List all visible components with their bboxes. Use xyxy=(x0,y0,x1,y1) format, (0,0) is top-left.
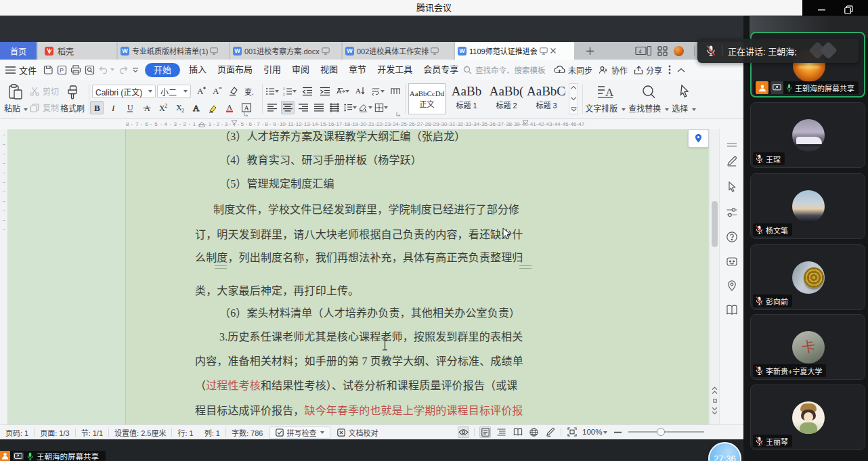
zoom-out-icon[interactable] xyxy=(612,426,624,438)
font-color-button[interactable]: A xyxy=(223,101,236,114)
doc-proof-button[interactable]: 文档校对 xyxy=(332,426,383,439)
menu-item[interactable]: 插入 xyxy=(183,60,212,80)
wrap-icon[interactable] xyxy=(371,85,385,98)
status-item[interactable]: 设置值: 2.5厘米 xyxy=(109,427,171,438)
bullet-list-icon[interactable] xyxy=(265,85,279,98)
participant-tile[interactable]: 王丽琴 xyxy=(750,385,865,450)
style-gallery-scroll[interactable] xyxy=(569,83,578,114)
spell-check-toggle[interactable]: 拼写检查 xyxy=(269,426,330,439)
text-layout-button[interactable]: A文字排版 xyxy=(585,84,626,114)
export-pdf-icon[interactable]: P xyxy=(57,65,67,75)
participant-tile[interactable]: 杨文笔 xyxy=(750,173,865,239)
participant-tile[interactable]: 王琛 xyxy=(750,102,865,168)
menu-item[interactable]: 视图 xyxy=(315,60,343,80)
sync-status[interactable]: 未同步 xyxy=(554,64,592,76)
status-item[interactable]: 行: 1 xyxy=(172,427,198,438)
numbered-list-icon[interactable]: 12 xyxy=(283,85,297,98)
doc-tab[interactable]: W1109师范认证推进会 xyxy=(455,42,574,60)
tabs-icon[interactable] xyxy=(389,85,402,98)
next-page-icon[interactable] xyxy=(712,406,718,416)
phonetic-guide-icon[interactable]: 变 xyxy=(242,85,255,98)
align-right-icon[interactable] xyxy=(297,101,310,114)
cut-button[interactable]: 剪切 xyxy=(30,85,59,97)
shading-icon[interactable] xyxy=(359,101,372,114)
distribute-icon[interactable] xyxy=(328,101,341,114)
vertical-scrollbar[interactable] xyxy=(709,129,719,424)
align-center-icon[interactable] xyxy=(281,101,295,114)
outline-view-icon[interactable] xyxy=(496,426,507,438)
status-item[interactable]: 字数: 786 xyxy=(226,427,268,438)
menu-item[interactable]: 章节 xyxy=(343,60,372,80)
file-menu[interactable]: 文件 xyxy=(0,64,43,76)
document-text-line[interactable]: 内容，准备相关材料；如手册的第 7 页教学大纲、评分标准、成绩单 xyxy=(195,354,523,369)
document-page[interactable]: （3）人才培养方案及课程教学大纲汇编（张启龙）（4）教育实习、研习手册样板（杨学… xyxy=(126,129,708,424)
copy-button[interactable]: 复制 xyxy=(30,102,59,113)
select-tool-button[interactable]: 选择 xyxy=(670,84,697,114)
status-item[interactable]: 页码: 1 xyxy=(0,427,34,438)
save-icon[interactable] xyxy=(43,65,53,75)
ink-pen-icon[interactable] xyxy=(544,426,556,438)
italic-button[interactable]: I xyxy=(107,101,121,114)
decrease-font-icon[interactable]: A xyxy=(211,85,224,98)
style-标题 1[interactable]: AaBb标题 1 xyxy=(447,83,486,114)
share-button[interactable]: 分享 xyxy=(634,64,662,76)
char-scale-icon[interactable] xyxy=(336,85,349,98)
quick-access-more-icon[interactable] xyxy=(132,68,139,72)
collapse-ribbon-icon[interactable] xyxy=(677,68,685,72)
document-text-line[interactable]: （过程性考核和结果性考核）、试卷分析和课程质量评价报告（或课 xyxy=(195,378,518,393)
position-indicator[interactable] xyxy=(688,129,709,148)
tab-docer[interactable]: 稻壳 xyxy=(38,42,116,60)
doc-tab[interactable]: W001进校考察方案.docx xyxy=(230,42,341,60)
first-line-indent-marker[interactable] xyxy=(230,120,238,125)
page-view-icon[interactable] xyxy=(479,426,491,438)
assistant-icon[interactable] xyxy=(726,255,738,267)
menu-active-item[interactable]: 开始 xyxy=(145,63,180,77)
screen-share-banner[interactable]: 王朝海的屏幕共享 xyxy=(0,451,106,461)
doc-tab[interactable]: W002进校具体工作安排 xyxy=(343,42,454,60)
page-break-marker-left[interactable] xyxy=(215,265,227,269)
text-direction-icon[interactable]: A xyxy=(353,85,367,98)
strikethrough-button[interactable]: A xyxy=(140,101,154,114)
help-icon[interactable] xyxy=(726,231,738,243)
page-break-marker-right[interactable] xyxy=(519,265,531,269)
zoom-slider[interactable] xyxy=(628,431,704,433)
print-preview-icon[interactable] xyxy=(85,65,95,75)
style-标题 2[interactable]: AaBb(标题 2 xyxy=(487,83,526,114)
document-text-line[interactable]: 订，明天发到群里，请八大块老师根据自己负责的内容，看还缺少什 xyxy=(195,227,523,242)
document-text-line[interactable]: 程目标达成评价报告，缺今年春季的也就是上学期的课程目标评价报 xyxy=(195,403,523,418)
status-item[interactable]: 页面: 1/3 xyxy=(35,427,74,438)
prev-page-icon[interactable] xyxy=(712,386,718,395)
eye-protection-icon[interactable] xyxy=(458,426,469,438)
menu-item[interactable]: 引用 xyxy=(258,60,286,80)
participant-tile[interactable]: 彭向前 xyxy=(750,244,865,310)
switch-window-icon[interactable]: 4 xyxy=(635,45,651,56)
font-name-select[interactable]: Calibri (正文) xyxy=(92,85,156,98)
paste-button[interactable]: 粘贴 xyxy=(4,84,27,114)
status-item[interactable]: 节: 1/1 xyxy=(76,427,108,438)
highlight-button[interactable] xyxy=(207,101,220,114)
print-icon[interactable] xyxy=(70,65,81,75)
style-正文[interactable]: AaBbCcDd正文 xyxy=(408,83,446,114)
borders-icon[interactable] xyxy=(374,101,388,114)
read-mode-icon[interactable] xyxy=(512,426,523,438)
document-text-line[interactable]: （3）人才培养方案及课程教学大纲汇编（张启龙） xyxy=(219,129,465,144)
document-text-line[interactable]: （5）管理规定制度汇编 xyxy=(219,177,334,192)
scrollbar-thumb[interactable] xyxy=(712,201,718,247)
document-text-line[interactable]: （6）案头材料清单（人才培养办负责，其他相关办公室负责） xyxy=(219,306,520,321)
align-left-icon[interactable] xyxy=(265,101,279,114)
app-grid-icon[interactable] xyxy=(657,46,668,56)
underline-button[interactable]: U xyxy=(123,101,137,114)
vertical-ruler[interactable] xyxy=(0,129,8,424)
find-replace-button[interactable]: 查找替换 xyxy=(628,84,669,114)
clear-format-icon[interactable] xyxy=(226,85,240,98)
line-spacing-icon[interactable] xyxy=(343,101,357,114)
participant-tile[interactable]: 李新贵+宁夏大学 xyxy=(750,314,865,380)
adjust-settings-icon[interactable] xyxy=(726,206,738,219)
redo-icon[interactable] xyxy=(118,66,129,74)
style-标题 3[interactable]: AaBbC(标题 3 xyxy=(527,83,566,114)
increase-indent-icon[interactable] xyxy=(318,85,332,98)
document-text-line[interactable]: （4）教育实习、研习手册样板（杨学跃） xyxy=(219,153,422,168)
horizontal-ruler[interactable]: 8765432112345678910111213141516171819202… xyxy=(0,119,743,129)
select-browse-object-icon[interactable] xyxy=(713,399,717,403)
document-text-line[interactable]: 么制度，列出制度名称，我们再想法补充，具体有高正亮负责整理归 xyxy=(195,250,523,265)
